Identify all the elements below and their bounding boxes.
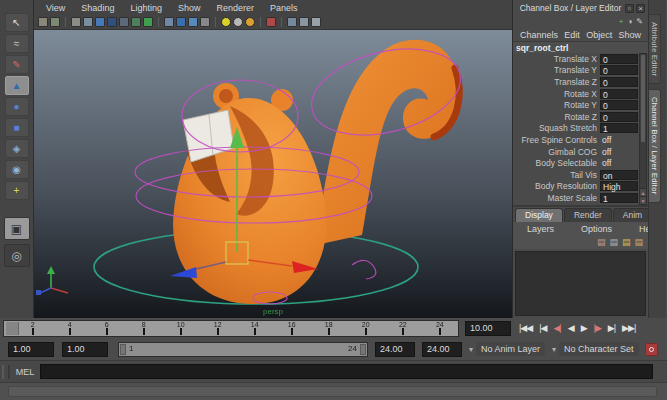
channel-row[interactable]: Translate Z0	[513, 76, 638, 88]
time-slider[interactable]: 24681012141618202224	[3, 320, 459, 337]
new-layer-selected-icon[interactable]: ▤	[634, 238, 643, 247]
channel-value[interactable]: off	[600, 147, 638, 157]
new-layer-icon[interactable]: ▤	[622, 238, 631, 247]
anim-layer-dropdown-icon[interactable]: ▾	[469, 345, 473, 354]
layer-menu-options[interactable]: Options	[573, 224, 620, 234]
film-gate-icon[interactable]	[71, 17, 81, 27]
scrollbar-thumb[interactable]	[641, 55, 645, 142]
selected-object-name[interactable]: sqr_root_ctrl	[513, 41, 648, 53]
viewport-menu-renderer[interactable]: Renderer	[208, 3, 262, 13]
all-lights-icon[interactable]	[233, 17, 243, 27]
channel-box-menu-show[interactable]: Show	[618, 30, 641, 40]
shaded-display-icon[interactable]	[176, 17, 186, 27]
step-back-key-button[interactable]: ◀|	[550, 321, 563, 336]
soft-modification-tool[interactable]: ◉	[5, 160, 29, 179]
channel-row[interactable]: Rotate Y0	[513, 99, 638, 111]
side-tab[interactable]: Channel Box / Layer Editor	[649, 89, 661, 202]
go-to-start-button[interactable]: |◀◀	[516, 321, 535, 336]
persp-outliner-layout-button[interactable]: ◎	[4, 244, 30, 267]
close-panel-button[interactable]: ×	[636, 4, 645, 13]
step-forward-frame-button[interactable]: ▶|	[605, 321, 618, 336]
step-forward-key-button[interactable]: |▶	[591, 321, 604, 336]
character-set-dropdown-icon[interactable]: ▾	[552, 345, 556, 354]
channel-box-menu-edit[interactable]: Edit	[564, 30, 580, 40]
show-manipulator-tool[interactable]: +	[5, 181, 29, 200]
channel-scrollbar[interactable]: ▲ ▼	[639, 53, 647, 205]
pan-zoom-icon[interactable]	[38, 17, 48, 27]
channel-row[interactable]: Translate X0	[513, 53, 638, 65]
layer-tab-display[interactable]: Display	[515, 208, 563, 222]
channel-row[interactable]: Gimbal COGoff	[513, 146, 638, 158]
anim-layer-field[interactable]: No Anim Layer	[476, 342, 545, 356]
play-forwards-button[interactable]: ▶	[578, 321, 590, 336]
channel-value[interactable]: 0	[600, 77, 638, 87]
joints-xray-icon[interactable]	[299, 17, 309, 27]
grease-pencil-icon[interactable]	[50, 17, 60, 27]
default-lighting-icon[interactable]	[221, 17, 231, 27]
character-set-field[interactable]: No Character Set	[559, 342, 639, 356]
shadows-icon[interactable]	[245, 17, 255, 27]
command-line-mode-label[interactable]: MEL	[10, 367, 40, 377]
manip-axis-icon[interactable]: +	[619, 18, 624, 26]
layer-move-icon[interactable]: ▤	[597, 238, 606, 247]
channel-value[interactable]: 1	[600, 193, 638, 203]
exposure-icon[interactable]	[311, 17, 321, 27]
go-to-end-button[interactable]: ▶▶|	[619, 321, 638, 336]
resolution-gate-icon[interactable]	[83, 17, 93, 27]
channel-value[interactable]: 0	[600, 54, 638, 64]
isolate-select-icon[interactable]	[266, 17, 276, 27]
channel-row[interactable]: Tail Vison	[513, 169, 638, 181]
playback-start-field[interactable]: 1.00	[62, 342, 108, 357]
lasso-select-tool[interactable]: ≈	[5, 34, 29, 53]
auto-keyframe-button[interactable]	[645, 343, 658, 356]
scroll-up-button[interactable]: ▲	[640, 188, 646, 196]
current-time-field[interactable]: 10.00	[465, 321, 511, 336]
channel-row[interactable]: Squash Stretch1	[513, 123, 638, 135]
float-panel-button[interactable]: ▫	[625, 4, 634, 13]
universal-manipulator-tool[interactable]: ◈	[5, 139, 29, 158]
range-slider[interactable]: 1 24	[118, 342, 368, 357]
play-backwards-button[interactable]: ◀	[565, 321, 577, 336]
channel-row[interactable]: Translate Y0	[513, 65, 638, 77]
animation-start-field[interactable]: 1.00	[8, 342, 54, 357]
channel-value[interactable]: 0	[600, 112, 638, 122]
textured-display-icon[interactable]	[188, 17, 198, 27]
layer-tab-anim[interactable]: Anim	[613, 208, 652, 222]
playhead[interactable]	[6, 322, 19, 335]
checker-display-icon[interactable]	[200, 17, 210, 27]
field-chart-icon[interactable]	[107, 17, 117, 27]
channel-value[interactable]: High	[600, 181, 638, 191]
channel-value[interactable]: off	[600, 135, 638, 145]
move-tool[interactable]: ▲	[5, 76, 29, 95]
xray-icon[interactable]	[287, 17, 297, 27]
viewport-menu-view[interactable]: View	[38, 3, 73, 13]
viewport-menu-shading[interactable]: Shading	[73, 3, 122, 13]
edit-pencil-icon[interactable]: ✎	[636, 18, 643, 26]
mel-command-input[interactable]	[40, 364, 653, 379]
range-end-handle[interactable]	[360, 344, 366, 355]
range-start-handle[interactable]	[120, 344, 126, 355]
layer-empty-icon[interactable]: ▤	[609, 238, 618, 247]
scale-tool[interactable]: ■	[5, 118, 29, 137]
paint-select-tool[interactable]: ✎	[5, 55, 29, 74]
layer-menu-layers[interactable]: Layers	[519, 224, 562, 234]
scroll-down-button[interactable]: ▼	[640, 196, 646, 204]
playback-end-field[interactable]: 24.00	[375, 342, 415, 357]
frame-all-icon[interactable]	[143, 17, 153, 27]
channel-row[interactable]: Rotate X0	[513, 88, 638, 100]
channel-row[interactable]: Body ResolutionHigh	[513, 181, 638, 193]
channel-value[interactable]: 1	[600, 123, 638, 133]
layer-tab-render[interactable]: Render	[564, 208, 612, 222]
channel-row[interactable]: Free Spine Controlsoff	[513, 134, 638, 146]
channel-value[interactable]: on	[600, 170, 638, 180]
channel-row[interactable]: Rotate Z0	[513, 111, 638, 123]
gate-mask-icon[interactable]	[95, 17, 105, 27]
pane-grip[interactable]	[2, 365, 10, 379]
wireframe-icon[interactable]	[164, 17, 174, 27]
single-pane-layout-button[interactable]: ▣	[4, 217, 30, 240]
channel-box-menu-object[interactable]: Object	[586, 30, 612, 40]
viewport[interactable]: persp	[34, 30, 512, 318]
channel-row[interactable]: Body Selectableoff	[513, 157, 638, 169]
channel-value[interactable]: 0	[600, 100, 638, 110]
animation-end-field[interactable]: 24.00	[422, 342, 462, 357]
